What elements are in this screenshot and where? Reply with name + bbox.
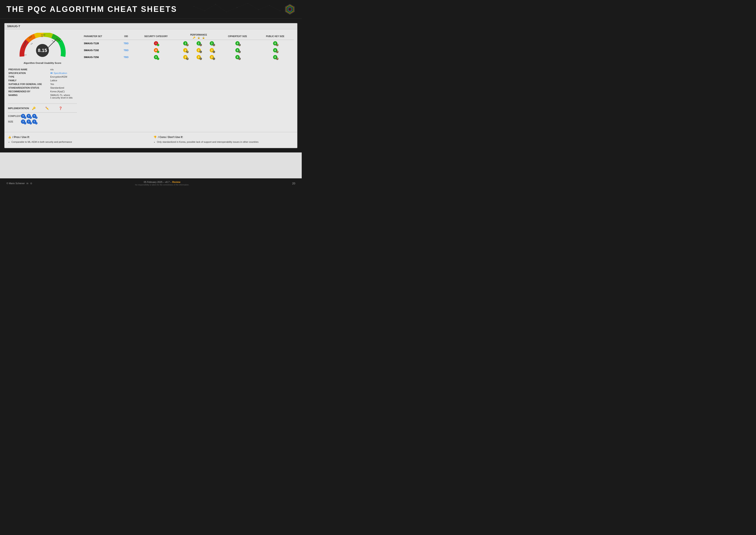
size-badges: ? ? ? ? ? ? <box>21 120 37 124</box>
param-perf-3: 3 🔒 <box>205 54 218 61</box>
meta-value: Specification <box>50 72 76 75</box>
svg-point-2 <box>215 4 216 5</box>
right-panel: Parameter Set OID Security Category Perf… <box>82 33 294 125</box>
link-icon <box>50 72 53 74</box>
param-perf-3: 2 🔒 <box>205 40 218 47</box>
param-cipher: 0 🔒 <box>218 47 256 54</box>
spec-link-text: Specification <box>54 72 67 74</box>
svg-point-3 <box>226 12 227 12</box>
gauge-container: Unusable Poor Good Perfect 1-3 4-5 6-8 9… <box>8 33 77 64</box>
complexity-badge-1: ? ? <box>21 114 25 118</box>
question-icon[interactable]: ❓ <box>58 106 63 111</box>
list-item: Comparable to ML-KEM in both security an… <box>12 140 148 144</box>
meta-suitable: Suitable For General Use Yes <box>9 83 76 86</box>
size-label: Size <box>8 120 21 123</box>
key-icon[interactable]: 🔑 <box>31 106 36 111</box>
complexity-badge-3: ? ? <box>32 114 37 118</box>
gauge-label: Algorithm Overall Usability Score <box>24 62 62 64</box>
svg-text:4-5: 4-5 <box>30 42 33 45</box>
left-panel: Unusable Poor Good Perfect 1-3 4-5 6-8 9… <box>8 33 77 125</box>
svg-marker-17 <box>285 4 294 14</box>
svg-point-1 <box>204 11 205 11</box>
param-perf-2: 3 🔒 <box>192 54 205 61</box>
gauge-svg: Unusable Poor Good Perfect 1-3 4-5 6-8 9… <box>18 33 67 61</box>
svg-line-15 <box>258 5 269 10</box>
cons-header-text: / Cons / Don't Use If: <box>158 136 183 139</box>
param-name: SMAUG-T192 <box>82 47 119 54</box>
svg-marker-21 <box>289 8 291 11</box>
metadata-table: Previous Name n/a Specification <box>8 68 77 100</box>
perf-lock2-icon: 🔓 <box>202 37 205 39</box>
parameter-table: Parameter Set OID Security Category Perf… <box>82 33 294 61</box>
naming-value2: λ security level in bits <box>50 97 73 99</box>
param-security: V ✓ <box>133 54 179 61</box>
param-pubkey: 0 🔑 <box>257 54 294 61</box>
param-pubkey: 0 🔑 <box>257 40 294 47</box>
meta-value: Yes <box>50 83 76 86</box>
pros-cons-section: 👍 / Pros / Use If: Comparable to ML-KEM … <box>5 132 297 148</box>
meta-type: Type Encryption/KEM <box>9 75 76 79</box>
footer-disclaimer: No responsibility is taken for the corre… <box>135 184 189 186</box>
main-content: SMAUG-T <box>4 23 297 148</box>
complexity-label: Complexity <box>8 115 21 117</box>
svg-point-5 <box>248 3 248 3</box>
implementation-section: Implementation 🔑 ✏️ ❓ Complexity <box>8 103 77 124</box>
meta-label: Previous Name <box>9 68 50 71</box>
footer-date: 05 February 2025 – v0.7 – <box>144 181 172 183</box>
implementation-label: Implementation <box>8 107 30 110</box>
footer-author: © Mario Schiener <box>7 182 25 184</box>
size-badge-2: ? ? <box>27 120 31 124</box>
svg-point-6 <box>258 10 259 10</box>
implementation-icons: 🔑 ✏️ ❓ <box>31 106 63 111</box>
pros-column: 👍 / Pros / Use If: Comparable to ML-KEM … <box>8 136 148 145</box>
logo-icon <box>284 4 295 15</box>
card-title: SMAUG-T <box>5 23 297 29</box>
size-badge-1: ? ? <box>21 120 25 124</box>
footer-center: 05 February 2025 – v0.7 – Review <box>135 181 189 183</box>
svg-line-12 <box>226 8 237 12</box>
param-name: SMAUG-T128 <box>82 40 119 47</box>
param-oid: TBD <box>119 40 133 47</box>
meta-value: Encryption/KEM <box>50 75 76 79</box>
footer-center-wrap: 05 February 2025 – v0.7 – Review No resp… <box>135 181 189 186</box>
thumbs-up-icon: 👍 <box>8 136 11 139</box>
naming-value1: SMAUG-Tλ, where <box>50 94 70 97</box>
param-pubkey: 0 🔑 <box>257 47 294 54</box>
th-pubkey: Public Key Size <box>257 33 294 40</box>
svg-line-11 <box>216 4 226 12</box>
svg-point-7 <box>269 5 270 6</box>
meta-label: Type <box>9 75 50 79</box>
gauge-score: 8.15 <box>36 44 49 57</box>
meta-value: SMAUG-Tλ, where λ security level in bits <box>50 94 76 99</box>
param-perf-1: 3 🔑 <box>179 47 192 54</box>
impl-divider <box>8 112 77 113</box>
header: THE PQC ALGORITHM CHEAT SHEETS <box>0 0 302 19</box>
th-ciphertext: Ciphertext Size <box>218 33 256 40</box>
table-row: SMAUG-T192 TBD III ✓ 3 <box>82 47 294 54</box>
footer-page-number: 20 <box>292 182 295 185</box>
complexity-badge-2: ? ? <box>27 114 31 118</box>
size-row: Size ? ? ? ? <box>8 120 77 124</box>
pencil-icon[interactable]: ✏️ <box>44 106 49 111</box>
param-perf-3: 3 🔒 <box>205 47 218 54</box>
algorithm-card: SMAUG-T <box>4 23 297 148</box>
param-cipher: 0 🔒 <box>218 40 256 47</box>
meta-specification: Specification Specification <box>9 72 76 75</box>
param-perf-2: 2 🔒 <box>192 40 205 47</box>
linkedin-icon: in <box>27 182 28 184</box>
param-security: III ✓ <box>133 47 179 54</box>
svg-line-10 <box>205 4 216 11</box>
meta-standardization: Standardization Status Standardized <box>9 86 76 90</box>
meta-label: Specification <box>9 72 50 75</box>
meta-previous-name: Previous Name n/a <box>9 68 76 71</box>
meta-label: Family <box>9 79 50 82</box>
complexity-section: Complexity ? ? ? ? <box>8 114 77 124</box>
perf-lock-icon: 🔒 <box>198 37 200 39</box>
param-name: SMAUG-T256 <box>82 54 119 61</box>
svg-text:1-3: 1-3 <box>24 54 26 56</box>
specification-link[interactable]: Specification <box>50 72 76 74</box>
meta-value: Standardized <box>50 86 76 90</box>
svg-line-13 <box>237 3 248 8</box>
th-oid: OID <box>119 33 133 40</box>
implementation-row: Implementation 🔑 ✏️ ❓ <box>8 106 77 111</box>
